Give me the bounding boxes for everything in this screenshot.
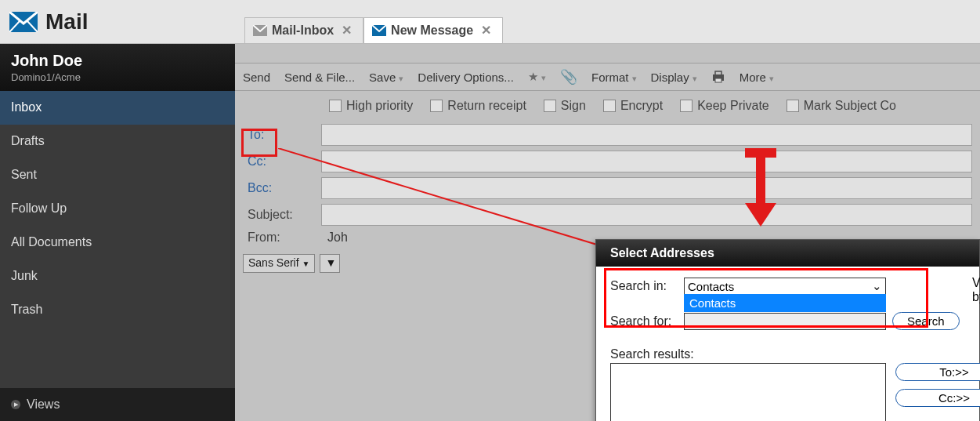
sidebar-item-sent[interactable]: Sent	[0, 158, 235, 192]
delivery-options-button[interactable]: Delivery Options...	[418, 71, 514, 84]
search-in-label: Search in:	[610, 279, 684, 293]
compose-toolbar: Send Send & File... Save Delivery Option…	[235, 63, 980, 91]
view-by-label: View by:	[972, 276, 980, 304]
sidebar: John Doe Domino1/Acme Inbox Drafts Sent …	[0, 44, 235, 421]
send-file-button[interactable]: Send & File...	[284, 71, 355, 84]
sidebar-item-drafts[interactable]: Drafts	[0, 125, 235, 158]
sidebar-views[interactable]: Views	[0, 388, 235, 421]
cc-label[interactable]: Cc:	[243, 154, 321, 169]
font-size-select[interactable]: ▼	[320, 254, 340, 273]
search-results-list[interactable]	[610, 363, 886, 421]
encrypt-checkbox[interactable]: Encrypt	[603, 99, 663, 113]
user-name: John Doe	[11, 52, 224, 70]
attach-icon[interactable]: 📎	[560, 68, 577, 85]
add-cc-button[interactable]: Cc:>>	[895, 389, 980, 407]
high-priority-checkbox[interactable]: High priority	[329, 99, 413, 113]
print-icon[interactable]	[711, 71, 725, 83]
search-for-label: Search for:	[610, 314, 684, 328]
star-icon[interactable]: ★ ▾	[528, 70, 546, 84]
svg-rect-5	[715, 78, 721, 82]
chevron-down-icon: ⌄	[872, 279, 882, 293]
search-button[interactable]: Search	[892, 312, 960, 330]
display-button[interactable]: Display	[651, 71, 697, 84]
mail-icon	[372, 25, 386, 36]
to-label[interactable]: To:	[243, 128, 321, 142]
tab-label: Mail-Inbox	[272, 24, 334, 38]
format-button[interactable]: Format	[591, 71, 637, 84]
font-family-select[interactable]: Sans Serif ▼	[243, 254, 315, 273]
sidebar-item-trash[interactable]: Trash	[0, 293, 235, 327]
save-button[interactable]: Save	[369, 71, 403, 84]
bcc-field[interactable]	[321, 177, 972, 199]
search-for-input[interactable]	[684, 313, 886, 330]
search-in-select[interactable]: Contacts⌄ Contacts	[684, 278, 886, 295]
subject-field[interactable]	[321, 204, 972, 226]
tab-bar: Mail-Inbox ✕ New Message ✕	[244, 0, 503, 44]
svg-rect-4	[715, 71, 721, 75]
close-icon[interactable]: ✕	[338, 23, 355, 38]
sidebar-item-inbox[interactable]: Inbox	[0, 91, 235, 125]
expand-icon	[11, 400, 20, 409]
to-field[interactable]	[321, 124, 972, 146]
mark-subject-checkbox[interactable]: Mark Subject Co	[787, 99, 896, 113]
bcc-label[interactable]: Bcc:	[243, 181, 321, 195]
sidebar-user: John Doe Domino1/Acme	[0, 44, 235, 91]
sidebar-item-alldocs[interactable]: All Documents	[0, 226, 235, 259]
cc-field[interactable]	[321, 151, 972, 172]
dialog-title: Select Addresses	[596, 240, 979, 267]
close-icon[interactable]: ✕	[478, 23, 494, 38]
app-title: Mail	[45, 9, 88, 34]
app-header: Mail Mail-Inbox ✕ New Message ✕	[0, 0, 980, 44]
search-results-label: Search results:	[610, 347, 886, 361]
send-button[interactable]: Send	[243, 71, 270, 84]
mail-icon	[9, 12, 38, 32]
from-label: From:	[243, 230, 321, 245]
search-in-option[interactable]: Contacts	[684, 294, 886, 312]
compose-area: Send Send & File... Save Delivery Option…	[235, 44, 980, 421]
user-org: Domino1/Acme	[11, 71, 224, 83]
add-to-button[interactable]: To:>>	[895, 363, 980, 381]
subject-label: Subject:	[243, 208, 321, 222]
tab-new-message[interactable]: New Message ✕	[363, 17, 503, 44]
from-value: Joh	[321, 230, 348, 245]
sidebar-item-followup[interactable]: Follow Up	[0, 192, 235, 226]
return-receipt-checkbox[interactable]: Return receipt	[430, 99, 526, 113]
sign-checkbox[interactable]: Sign	[544, 99, 586, 113]
compose-options: High priority Return receipt Sign Encryp…	[235, 91, 980, 116]
keep-private-checkbox[interactable]: Keep Private	[680, 99, 769, 113]
views-label: Views	[27, 397, 60, 412]
mail-icon	[253, 25, 267, 36]
tab-label: New Message	[391, 24, 473, 38]
tab-mail-inbox[interactable]: Mail-Inbox ✕	[244, 17, 363, 44]
select-addresses-dialog: Select Addresses Search in: Contacts⌄ Co…	[595, 239, 980, 421]
sidebar-item-junk[interactable]: Junk	[0, 259, 235, 293]
more-button[interactable]: More	[740, 71, 774, 84]
